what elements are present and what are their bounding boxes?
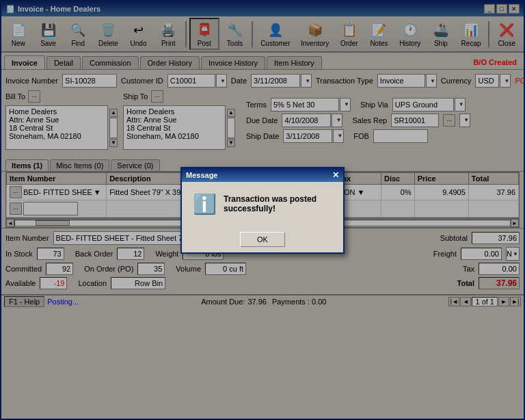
modal-ok-button[interactable]: OK [240,232,285,247]
modal-message: Transaction was posted successfully! [224,194,332,213]
modal-title-bar: Message ✕ [182,168,343,182]
modal-title: Message [186,171,217,179]
modal-close-button[interactable]: ✕ [332,170,339,180]
modal-info-icon: ℹ️ [193,193,217,215]
modal-overlay: Message ✕ ℹ️ Transaction was posted succ… [0,0,525,420]
modal-body: ℹ️ Transaction was posted successfully! [182,182,343,226]
modal-dialog: Message ✕ ℹ️ Transaction was posted succ… [180,167,345,254]
modal-footer: OK [182,226,343,252]
